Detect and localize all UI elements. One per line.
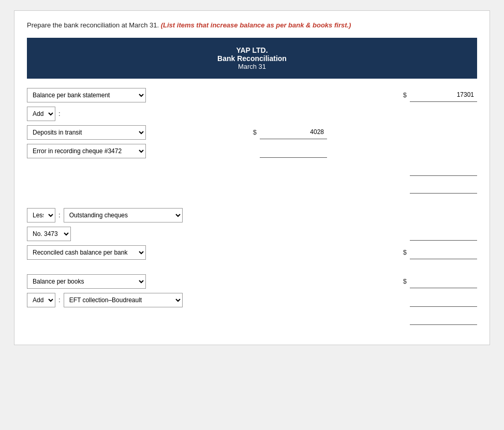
subtotal-row-2 <box>27 180 477 194</box>
page-container: Prepare the bank reconciliation at March… <box>14 10 490 345</box>
error-left: Error in recording cheque #3472 <box>27 144 224 158</box>
subtotal-2-right <box>327 180 477 194</box>
colon-1: : <box>58 110 61 117</box>
eft-right <box>327 293 477 307</box>
dollar-sign-3: $ <box>403 248 407 256</box>
company-name: YAP LTD. <box>32 46 472 54</box>
form-section: Balance per bank statement $ Add Less : <box>27 88 477 325</box>
instruction-note: (List items that increase balance as per… <box>161 21 351 29</box>
no-left: No. 3473 No. 3474 No. 3475 <box>27 227 224 241</box>
no-select[interactable]: No. 3473 No. 3474 No. 3475 <box>27 227 71 241</box>
doc-date: March 31 <box>32 63 472 70</box>
deposits-select[interactable]: Deposits in transit <box>27 125 146 140</box>
no-input[interactable] <box>410 227 477 241</box>
reconciled-select[interactable]: Reconciled cash balance per bank <box>27 245 146 260</box>
instruction-text: Prepare the bank reconciliation at March… <box>27 21 159 29</box>
error-select[interactable]: Error in recording cheque #3472 <box>27 144 146 158</box>
colon-2: : <box>58 211 61 219</box>
less-row: Less Add : Outstanding cheques <box>27 208 477 223</box>
colon-3: : <box>58 296 61 304</box>
instruction-row: Prepare the bank reconciliation at March… <box>27 20 477 31</box>
eft-left: Add Less : EFT collection–Boudreault <box>27 293 224 307</box>
balance-books-row: Balance per books $ <box>27 274 477 289</box>
eft-select[interactable]: EFT collection–Boudreault <box>64 293 183 307</box>
balance-bank-row: Balance per bank statement $ <box>27 88 477 102</box>
dollar-sign-4: $ <box>403 277 407 285</box>
subtotal-input-2[interactable] <box>410 180 477 194</box>
add-row: Add Less : <box>27 107 477 121</box>
spacer-2 <box>27 264 477 274</box>
doc-title: Bank Reconciliation <box>32 54 472 63</box>
deposits-mid: $ <box>224 126 327 139</box>
balance-books-right: $ <box>327 275 477 288</box>
reconciled-right: $ <box>327 246 477 259</box>
spacer-1 <box>27 198 477 208</box>
error-mid <box>224 144 327 158</box>
reconciled-left: Reconciled cash balance per bank <box>27 245 224 260</box>
subtotal-1-right <box>327 162 477 176</box>
balance-bank-right: $ <box>327 88 477 102</box>
eft-input[interactable] <box>410 293 477 307</box>
no-right <box>327 227 477 241</box>
balance-books-left: Balance per books <box>27 274 224 289</box>
header-box: YAP LTD. Bank Reconciliation March 31 <box>27 38 477 79</box>
books-add-select[interactable]: Add Less <box>27 293 55 307</box>
deposits-left: Deposits in transit <box>27 125 224 140</box>
final-row <box>27 312 477 325</box>
add-select[interactable]: Add Less <box>27 107 55 121</box>
less-select[interactable]: Less Add <box>27 208 55 223</box>
subtotal-row-1 <box>27 162 477 176</box>
error-row: Error in recording cheque #3472 <box>27 144 477 158</box>
subtotal-input-1[interactable] <box>410 162 477 176</box>
balance-bank-input[interactable] <box>410 88 477 102</box>
dollar-sign-1: $ <box>403 91 407 99</box>
balance-books-input[interactable] <box>410 275 477 288</box>
less-left: Less Add : Outstanding cheques <box>27 208 224 223</box>
final-right <box>327 312 477 325</box>
balance-books-select[interactable]: Balance per books <box>27 274 146 289</box>
balance-bank-select[interactable]: Balance per bank statement <box>27 88 146 102</box>
error-input[interactable] <box>260 144 327 158</box>
outstanding-select[interactable]: Outstanding cheques <box>64 208 183 223</box>
no-row: No. 3473 No. 3474 No. 3475 <box>27 227 477 241</box>
reconciled-input[interactable] <box>410 246 477 259</box>
final-input[interactable] <box>410 312 477 325</box>
add-left: Add Less : <box>27 107 224 121</box>
reconciled-row: Reconciled cash balance per bank $ <box>27 245 477 260</box>
balance-bank-left: Balance per bank statement <box>27 88 224 102</box>
deposits-row: Deposits in transit $ <box>27 125 477 140</box>
deposits-input[interactable] <box>260 126 327 139</box>
eft-row: Add Less : EFT collection–Boudreault <box>27 293 477 307</box>
dollar-sign-2: $ <box>253 128 257 136</box>
